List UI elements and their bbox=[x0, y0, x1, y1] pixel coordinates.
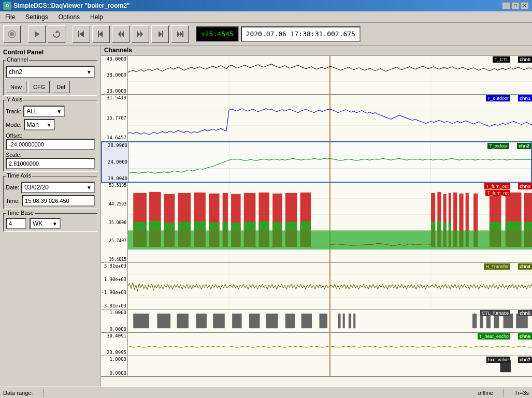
chn3-label: chn3 bbox=[518, 183, 532, 189]
skip-end-button[interactable] bbox=[171, 25, 189, 43]
record-button[interactable] bbox=[3, 25, 21, 43]
svg-rect-113 bbox=[319, 314, 327, 328]
channel-row-chn3: 53.5185 44.2593 35.0000 25.7407 16.4815 bbox=[101, 183, 532, 263]
skip-start-button[interactable] bbox=[73, 25, 90, 43]
chn1-chart[interactable]: chn1 T_outdoor bbox=[128, 95, 532, 141]
chn7-y-axis: 1.0000 0.0000 bbox=[101, 356, 128, 376]
chn6-y-axis: 30.4091 23.8995 bbox=[101, 333, 128, 356]
chn5-chart[interactable]: chn5 CTL_furnace bbox=[128, 309, 532, 332]
del-button[interactable]: Del bbox=[52, 81, 70, 93]
chn4-name: H_Transfer bbox=[484, 263, 510, 270]
chn7-chart[interactable]: chn7 hxc_valve bbox=[128, 356, 532, 376]
offline-status: offline bbox=[478, 390, 493, 396]
offset-input[interactable]: -24.00000000 bbox=[6, 139, 95, 150]
svg-rect-103 bbox=[133, 314, 149, 328]
main-area: Control Panel Channel chn2 ▼ New CFG Del… bbox=[0, 46, 532, 387]
svg-rect-13 bbox=[162, 31, 163, 37]
status-sep-2 bbox=[504, 389, 504, 397]
track-select[interactable]: ALL ▼ bbox=[23, 106, 65, 117]
svg-rect-84 bbox=[300, 222, 311, 231]
svg-rect-80 bbox=[244, 222, 256, 231]
play-button[interactable] bbox=[28, 25, 46, 43]
chn1-y-axis: 31.5413 15.7707 -14.6457 bbox=[101, 95, 128, 141]
rewind-button[interactable] bbox=[112, 25, 130, 43]
close-button[interactable]: ✕ bbox=[521, 2, 529, 9]
title-bar: D SimpleDCS::DaqViewer "boiler_room2" _ … bbox=[0, 0, 532, 11]
chn1-label: chn1 bbox=[518, 95, 532, 101]
chn6-chart[interactable]: chn6 T_heat_excho bbox=[128, 333, 532, 356]
svg-rect-87 bbox=[443, 223, 447, 230]
channel-group-label: Channel bbox=[6, 56, 29, 63]
chn3-y-axis: 53.5185 44.2593 35.0000 25.7407 16.4815 bbox=[101, 183, 128, 262]
date-select-arrow: ▼ bbox=[87, 185, 92, 190]
chn2-chart[interactable]: chn2 T_indoor bbox=[129, 142, 531, 182]
svg-rect-4 bbox=[78, 31, 79, 37]
time-axis-group-label: Time Axis bbox=[6, 172, 32, 179]
next-button[interactable] bbox=[151, 25, 169, 43]
chn4-chart[interactable]: chn4 H_Transfer bbox=[128, 263, 532, 309]
date-select[interactable]: 03/02/20 ▼ bbox=[21, 182, 95, 193]
minimize-button[interactable]: _ bbox=[502, 2, 510, 9]
data-range-label: Data range: bbox=[3, 390, 33, 396]
chn3-chart[interactable]: chn3 T_furn_out T_furn_ret bbox=[128, 183, 532, 262]
svg-rect-114 bbox=[338, 314, 340, 328]
svg-marker-7 bbox=[99, 31, 103, 37]
svg-point-1 bbox=[10, 32, 14, 36]
svg-marker-15 bbox=[180, 31, 182, 37]
channel-row-chn0: 43.0000 38.0000 33.0000 bbox=[101, 56, 532, 95]
prev-button[interactable] bbox=[92, 25, 110, 43]
menu-settings[interactable]: Settings bbox=[22, 13, 51, 21]
channel-row-chn1: 31.5413 15.7707 -14.6457 bbox=[101, 95, 532, 141]
svg-rect-77 bbox=[209, 223, 220, 231]
svg-rect-91 bbox=[490, 222, 501, 231]
scale-input[interactable]: 2.81000000 bbox=[6, 158, 95, 169]
offset-label: Offset: bbox=[6, 132, 95, 139]
mode-select-arrow: ▼ bbox=[47, 122, 52, 128]
menu-options[interactable]: Options bbox=[55, 13, 83, 21]
svg-marker-9 bbox=[118, 31, 121, 37]
chn0-chart[interactable]: chn0 T_CTL bbox=[128, 56, 532, 94]
svg-rect-74 bbox=[164, 223, 175, 230]
chn6-name: T_heat_excho bbox=[478, 333, 510, 340]
y-axis-group: Y Axis Track: ALL ▼ Mode: Man ▼ Offset: … bbox=[3, 100, 97, 172]
chn2-label: chn2 bbox=[517, 143, 531, 149]
control-panel: Control Panel Channel chn2 ▼ New CFG Del… bbox=[0, 46, 101, 387]
channel-row-chn6: 30.4091 23.8995 chn6 T_heat_excho bbox=[101, 333, 532, 356]
chn3-name-out: T_furn_out bbox=[484, 183, 510, 189]
chn2-name: T_indoor bbox=[487, 143, 509, 149]
menu-file[interactable]: File bbox=[2, 13, 18, 21]
svg-rect-79 bbox=[231, 223, 240, 230]
toolbar: +25.4545 2020.07.06 17:38:31.002.675 bbox=[0, 23, 532, 46]
time-input[interactable]: 15:08:39.026.450 bbox=[22, 195, 95, 207]
svg-rect-72 bbox=[133, 222, 147, 231]
time-base-unit[interactable]: WK ▼ bbox=[30, 218, 61, 229]
svg-rect-106 bbox=[196, 314, 207, 328]
new-button[interactable]: New bbox=[6, 81, 26, 93]
svg-rect-111 bbox=[285, 314, 295, 328]
chn2-y-axis: 28.9960 24.0000 19.0040 bbox=[102, 142, 129, 182]
status-sep-1 bbox=[43, 389, 44, 397]
cfg-button[interactable]: CFG bbox=[28, 81, 50, 93]
chn5-y-axis: 1.0000 0.0000 bbox=[101, 309, 128, 332]
svg-rect-107 bbox=[213, 314, 225, 328]
svg-marker-5 bbox=[79, 31, 84, 37]
forward-button[interactable] bbox=[132, 25, 149, 43]
chn7-name: hxc_valve bbox=[486, 357, 510, 363]
time-base-label: Time Base bbox=[6, 210, 35, 216]
svg-marker-8 bbox=[121, 31, 124, 37]
time-axis-group: Time Axis Date: 03/02/20 ▼ Time: 15:08:3… bbox=[3, 176, 97, 209]
mode-select[interactable]: Man ▼ bbox=[24, 119, 55, 130]
menu-help[interactable]: Help bbox=[87, 13, 106, 21]
time-base-value[interactable]: 4 bbox=[6, 218, 26, 229]
channel-select[interactable]: chn2 ▼ bbox=[6, 66, 95, 78]
app-icon: D bbox=[3, 2, 11, 10]
svg-rect-90 bbox=[524, 222, 532, 231]
date-label: Date: bbox=[6, 184, 19, 190]
chn6-label: chn6 bbox=[518, 333, 532, 340]
refresh-button[interactable] bbox=[48, 25, 65, 43]
svg-rect-71 bbox=[128, 230, 532, 249]
maximize-button[interactable]: □ bbox=[511, 2, 520, 9]
menu-bar: File Settings Options Help bbox=[0, 11, 532, 23]
svg-rect-81 bbox=[258, 222, 269, 231]
svg-rect-109 bbox=[249, 314, 260, 328]
